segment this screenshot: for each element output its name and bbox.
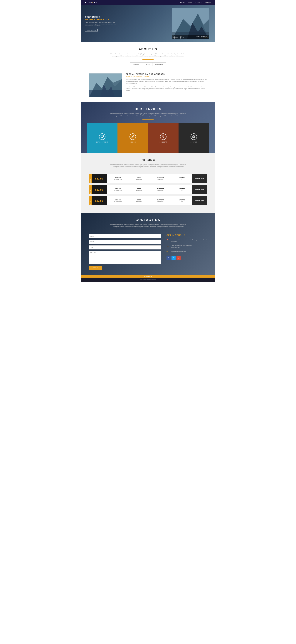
concept-label: CONCEPT <box>160 142 167 143</box>
price-amount-3: $27.50 <box>92 196 107 205</box>
tab-mission[interactable]: MISSION <box>130 62 142 66</box>
email-item: ✉ hagarmasour70@gmail.com <box>166 251 207 254</box>
price-order-3[interactable]: ORDER NOW <box>192 196 207 205</box>
price-amount-2: $27.50 <box>92 185 107 194</box>
offers-text1: Lorem ipsum dolor sit amet consectetur a… <box>126 79 207 84</box>
about-subtitle: Who are Lorem ipsum Lorem, ipsum dolor l… <box>109 53 187 57</box>
hero-overlay: ♥ 700 ► 150 this is hcadline1 special te… <box>172 34 209 40</box>
price-update-3: UPDATE$20 <box>171 199 192 203</box>
phone-text: Lorem ipsum dolor sit amet consectetur +… <box>171 245 192 248</box>
twitter-button[interactable]: t <box>172 256 176 260</box>
phone-icon: 📞 <box>166 245 170 248</box>
phone-item: 📞 Lorem ipsum dolor sit amet consectetur… <box>166 245 207 248</box>
svg-point-14 <box>163 136 164 137</box>
tab-sponsers[interactable]: SPONSERS <box>152 62 166 66</box>
hero-headline: this is hcadline1 special text <box>196 36 208 38</box>
contact-info: GET IN TOUCH ! 📍 Lorem ipsum dolor sit a… <box>166 234 207 270</box>
contact-divider <box>142 230 154 230</box>
name-input[interactable] <box>89 234 161 238</box>
nav-logo: BUSINESS <box>85 2 97 4</box>
svg-rect-10 <box>101 136 104 138</box>
concept-icon <box>160 134 166 140</box>
headline-text: this is hcadline1 <box>196 36 208 37</box>
hero-button[interactable]: MORE DETAILS <box>85 29 98 32</box>
footer: Copyright © All rights Reserved <box>82 278 214 282</box>
offers-content: SPECIAL OFFERS ON OUR COURSES REGISTER T… <box>126 73 207 93</box>
price-memory-2: 32GBMEMORY <box>128 188 150 192</box>
facebook-button[interactable]: f <box>166 256 170 260</box>
services-title: OUR SERVICES <box>87 108 209 111</box>
pricing-subtitle: Who are Lorem ipsum Lorem, ipsum dolor l… <box>109 164 187 168</box>
contact-subtitle: Who are Lorem ipsum Lorem, ipsum dolor l… <box>109 224 187 228</box>
price-order-2[interactable]: ORDER NOW <box>192 185 207 194</box>
message-input[interactable] <box>89 251 161 264</box>
system-icon <box>190 134 197 140</box>
offers-title: SPECIAL OFFERS ON OUR COURSES <box>126 73 207 75</box>
design-icon <box>130 134 136 140</box>
service-card-development[interactable]: DEVELOPMENT <box>87 123 118 153</box>
services-subtitle: Who are Lorem ipsum Lorem, ipsum dolor l… <box>109 113 187 117</box>
stat-plays-value: 150 <box>182 37 184 38</box>
get-in-touch-title: GET IN TOUCH ! <box>166 234 207 236</box>
service-cards: DEVELOPMENT DESIGN <box>87 123 209 153</box>
price-label-2: BASIC <box>89 185 92 194</box>
price-support-2: SUPPORT24HOURS <box>150 188 171 192</box>
price-support-3: SUPPORT24HOURS <box>150 199 171 203</box>
address-item: 📍 Lorem ipsum dolor sit amet consectetur… <box>166 239 207 243</box>
nav-contact[interactable]: Contact <box>205 2 211 4</box>
contact-section: CONTACT US Who are Lorem ipsum Lorem, ip… <box>82 213 214 275</box>
price-amount-1: $27.50 <box>92 174 107 183</box>
hero-content: RESPONSIVE MOBILE FRIENDLY Lorem ipsum d… <box>85 16 118 32</box>
googleplus-button[interactable]: g+ <box>176 256 180 260</box>
about-title: ABOUT US <box>92 48 204 51</box>
svg-rect-13 <box>101 136 103 136</box>
contact-title: CONTACT US <box>89 218 207 222</box>
hero-section: RESPONSIVE MOBILE FRIENDLY Lorem ipsum d… <box>82 5 214 42</box>
address-icon: 📍 <box>166 239 170 242</box>
price-memory-3: 32GBMEMORY <box>128 199 150 203</box>
pricing-section: PRICING Who are Lorem ipsum Lorem, ipsum… <box>82 153 214 213</box>
system-label: SYSTEM <box>190 142 197 143</box>
service-card-design[interactable]: DESIGN <box>118 123 148 153</box>
pricing-row-2: BASIC $27.50 2,000GBBANDWIDTH 32GBMEMORY… <box>89 185 207 194</box>
email-text: hagarmasour70@gmail.com <box>171 251 186 252</box>
service-card-system[interactable]: SYSTEM <box>178 123 209 153</box>
hero-stats: ♥ 700 ► 150 <box>174 36 184 38</box>
nav-services[interactable]: Services <box>195 2 202 4</box>
service-card-concept[interactable]: CONCEPT <box>148 123 178 153</box>
design-label: DESIGN <box>130 142 136 143</box>
email-input[interactable] <box>89 240 161 244</box>
tab-vision[interactable]: VISION <box>142 62 152 66</box>
price-bandwidth-2: 2,000GBBANDWIDTH <box>107 188 128 192</box>
services-divider <box>142 119 154 120</box>
hero-title: MOBILE FRIENDLY <box>85 18 118 21</box>
price-label-3: BASIC <box>89 196 92 205</box>
hero-description: Lorem ipsum dolor sit elit. Lorem ipsum … <box>85 22 118 26</box>
services-section: OUR SERVICES Who are Lorem ipsum Lorem, … <box>82 102 214 153</box>
title-input[interactable] <box>89 246 161 250</box>
watermark: mostaql.com <box>82 275 214 278</box>
price-order-1[interactable]: ORDER NOW <box>192 174 207 183</box>
development-icon <box>99 134 106 140</box>
hero-tagline: RESPONSIVE <box>85 16 118 18</box>
social-icons: f t g+ <box>166 256 207 260</box>
nav-home[interactable]: Home <box>180 2 184 4</box>
offers-subtitle: REGISTER TODAY AND GET 10% OFF <box>126 76 207 77</box>
svg-rect-11 <box>102 138 103 138</box>
submit-button[interactable]: SEND <box>89 266 102 270</box>
development-label: DEVELOPMENT <box>96 142 108 143</box>
about-tabs: MISSION VISION SPONSERS <box>92 62 204 66</box>
stat-likes-value: 700 <box>176 37 178 38</box>
pricing-table: BASIC $27.50 2,000GBBANDWIDTH 32GBMEMORY… <box>89 174 207 206</box>
navbar: BUSINESS Home About Services Contact <box>82 0 214 5</box>
about-section: ABOUT US Who are Lorem ipsum Lorem, ipsu… <box>82 42 214 73</box>
price-label-1: BASIC <box>89 174 92 183</box>
offers-text2: Lorem ipsum dolor sit amet consectetur, … <box>126 86 207 92</box>
pricing-title: PRICING <box>89 158 207 162</box>
price-bandwidth-1: 2,000GBBANDWIDTH <box>107 177 128 180</box>
special-text: special text <box>196 37 208 38</box>
nav-about[interactable]: About <box>188 2 192 4</box>
about-divider <box>142 59 154 60</box>
price-update-1: UPDATE$20 <box>171 177 192 180</box>
contact-form: SEND <box>89 234 161 270</box>
